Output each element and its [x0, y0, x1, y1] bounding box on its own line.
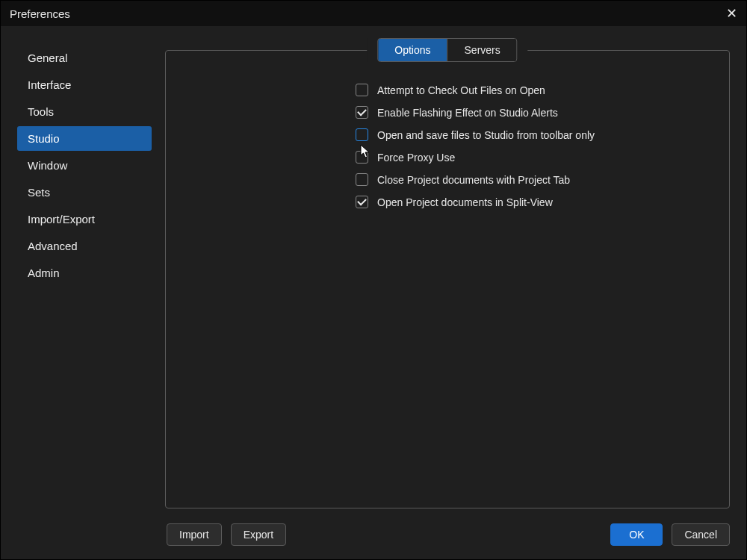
sidebar-item-tools[interactable]: Tools	[17, 99, 152, 124]
option-label-close-with-tab: Close Project documents with Project Tab	[377, 174, 570, 186]
option-label-split-view: Open Project documents in Split-View	[377, 196, 553, 208]
option-row-split-view: Open Project documents in Split-View	[356, 196, 711, 208]
option-row-toolbar-only: Open and save files to Studio from toolb…	[356, 128, 711, 141]
option-label-flashing-alerts: Enable Flashing Effect on Studio Alerts	[377, 107, 558, 119]
checkbox-toolbar-only[interactable]	[356, 128, 368, 141]
checkbox-close-with-tab[interactable]	[356, 173, 368, 186]
sidebar-item-admin[interactable]: Admin	[17, 261, 152, 285]
tab-options[interactable]: Options	[378, 39, 447, 61]
footer: Import Export OK Cancel	[17, 508, 730, 546]
sidebar: GeneralInterfaceToolsStudioWindowSetsImp…	[17, 40, 152, 508]
sidebar-item-studio[interactable]: Studio	[17, 126, 152, 151]
cancel-button[interactable]: Cancel	[672, 523, 730, 546]
checkbox-flashing-alerts[interactable]	[356, 106, 368, 119]
option-row-force-proxy: Force Proxy Use	[356, 151, 711, 164]
export-button[interactable]: Export	[231, 523, 286, 546]
option-label-checkout-on-open: Attempt to Check Out Files on Open	[377, 84, 545, 96]
sidebar-item-window[interactable]: Window	[17, 153, 152, 178]
option-row-flashing-alerts: Enable Flashing Effect on Studio Alerts	[356, 106, 711, 119]
options-panel: OptionsServers Attempt to Check Out File…	[165, 50, 730, 508]
sidebar-item-advanced[interactable]: Advanced	[17, 234, 152, 258]
close-icon[interactable]: ✕	[726, 7, 737, 20]
main-area: GeneralInterfaceToolsStudioWindowSetsImp…	[17, 40, 730, 508]
preferences-window: Preferences ✕ GeneralInterfaceToolsStudi…	[0, 0, 747, 560]
option-row-close-with-tab: Close Project documents with Project Tab	[356, 173, 711, 186]
tab-servers[interactable]: Servers	[447, 39, 517, 61]
window-body: GeneralInterfaceToolsStudioWindowSetsImp…	[1, 26, 746, 559]
option-row-checkout-on-open: Attempt to Check Out Files on Open	[356, 84, 711, 96]
titlebar: Preferences ✕	[1, 1, 746, 26]
option-label-force-proxy: Force Proxy Use	[377, 152, 455, 164]
checkbox-checkout-on-open[interactable]	[356, 84, 368, 96]
tabbar: OptionsServers	[367, 38, 527, 62]
import-button[interactable]: Import	[167, 523, 222, 546]
checkbox-force-proxy[interactable]	[356, 151, 368, 164]
sidebar-item-general[interactable]: General	[17, 46, 152, 70]
sidebar-item-interface[interactable]: Interface	[17, 72, 152, 97]
ok-button[interactable]: OK	[610, 523, 663, 546]
window-title: Preferences	[10, 7, 70, 20]
option-label-toolbar-only: Open and save files to Studio from toolb…	[377, 129, 595, 141]
checkbox-split-view[interactable]	[356, 196, 368, 208]
content-area: OptionsServers Attempt to Check Out File…	[165, 40, 730, 508]
sidebar-item-import-export[interactable]: Import/Export	[17, 207, 152, 231]
options-list: Attempt to Check Out Files on OpenEnable…	[356, 84, 711, 208]
sidebar-item-sets[interactable]: Sets	[17, 180, 152, 205]
